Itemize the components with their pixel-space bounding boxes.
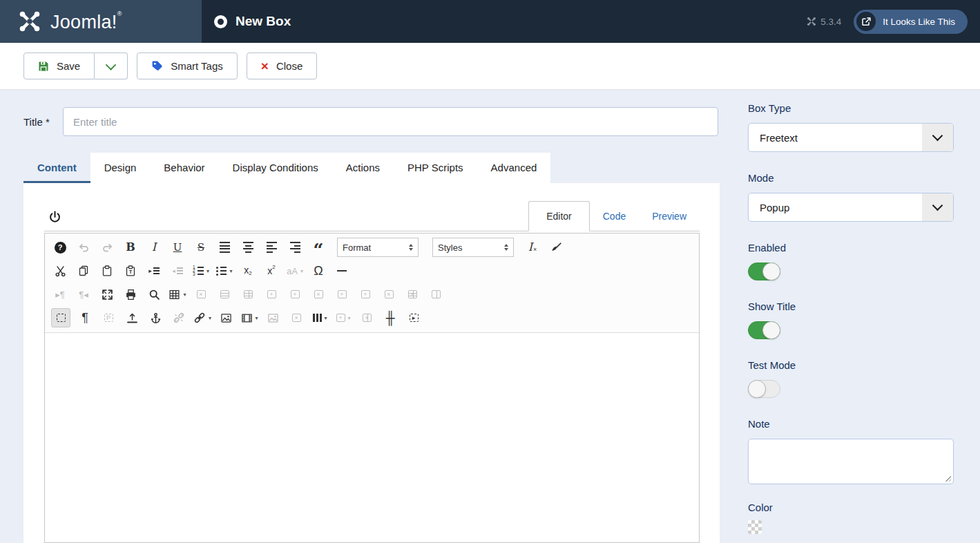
paste-text-button[interactable]: T — [122, 262, 140, 280]
indent-button[interactable]: ▸ — [145, 262, 163, 280]
align-justify-button[interactable] — [215, 238, 233, 256]
toggle-editor-button[interactable] — [48, 211, 61, 224]
align-center-icon — [243, 242, 253, 253]
test-mode-group: Test Mode — [748, 359, 954, 398]
image-button[interactable] — [217, 309, 235, 327]
title-label: Title * — [23, 116, 63, 128]
dropdown-caret-icon: ▾ — [256, 315, 258, 321]
smart-tags-button[interactable]: Smart Tags — [137, 53, 238, 79]
tab-design[interactable]: Design — [90, 153, 151, 183]
cut-button[interactable] — [51, 262, 69, 280]
box-type-group: Box Type Freetext — [748, 102, 954, 152]
insert-column-before-button: + — [333, 285, 351, 303]
clear-formatting-icon: I× — [528, 242, 537, 253]
italic-button[interactable]: I — [145, 238, 163, 256]
align-left-icon — [267, 242, 277, 253]
subscript-button[interactable]: x2 — [239, 262, 257, 280]
clear-formatting-button[interactable]: I× — [523, 238, 541, 256]
title-field-row: Title * — [23, 107, 718, 136]
special-character-button[interactable]: Ω — [309, 262, 327, 280]
align-right-button[interactable] — [286, 238, 304, 256]
close-button-label: Close — [276, 60, 302, 72]
close-icon: × — [261, 59, 269, 73]
font-case-button: aA▾ — [286, 262, 304, 280]
application-window: Joomla!® New Box — [0, 0, 980, 543]
tab-advanced[interactable]: Advanced — [477, 153, 551, 183]
close-button[interactable]: × Close — [247, 53, 317, 79]
format-brush-icon — [550, 242, 562, 254]
link-button[interactable]: ▾ — [193, 309, 211, 327]
table-button[interactable]: ▾ — [169, 285, 186, 303]
fullscreen-button[interactable] — [98, 285, 116, 303]
save-button-group: Save — [23, 53, 128, 79]
enabled-toggle[interactable] — [748, 263, 780, 280]
superscript-button[interactable]: x2 — [262, 262, 280, 280]
align-justify-icon — [220, 242, 230, 253]
tab-actions[interactable]: Actions — [332, 153, 394, 183]
paste-button[interactable] — [98, 262, 116, 280]
align-left-button[interactable] — [262, 238, 280, 256]
it-looks-like-this-button[interactable]: It Looks Like This — [854, 10, 968, 34]
pagebreak-button[interactable]: ╫ — [381, 309, 399, 327]
upload-button[interactable] — [123, 309, 141, 327]
mode-value: Popup — [749, 202, 789, 213]
save-button[interactable]: Save — [23, 53, 95, 79]
bullet-list-button[interactable]: ▾ — [215, 262, 233, 280]
delete-column-button: × — [380, 285, 398, 303]
version-number: 5.3.4 — [820, 17, 841, 27]
align-center-button[interactable] — [239, 238, 257, 256]
copy-icon — [78, 265, 89, 276]
format-select[interactable]: Format — [333, 238, 423, 256]
header-right: 5.3.4 It Looks Like This — [807, 0, 980, 43]
horizontal-rule-button[interactable] — [333, 262, 351, 280]
styles-select[interactable]: Styles — [428, 238, 518, 256]
editor-canvas[interactable] — [45, 332, 699, 542]
tab-php-scripts[interactable]: PHP Scripts — [394, 153, 477, 183]
search-button[interactable] — [145, 285, 163, 303]
bold-button[interactable]: B — [122, 238, 140, 256]
pagebreak-icon: ╫ — [386, 312, 395, 324]
show-title-toggle[interactable] — [748, 321, 780, 339]
paragraph-marks-button[interactable]: ¶ — [76, 309, 94, 327]
mode-select[interactable]: Popup — [748, 193, 954, 222]
print-button[interactable] — [122, 285, 140, 303]
top-header-bar: Joomla!® New Box — [0, 0, 980, 43]
underline-button[interactable]: U — [169, 238, 186, 256]
format-brush-button[interactable] — [547, 238, 565, 256]
box-type-select[interactable]: Freetext — [748, 123, 954, 152]
media-icon — [241, 312, 253, 324]
editor-toolbar-row: ¶P▾▾×▾+▾×╫▸ — [48, 306, 695, 330]
note-textarea[interactable] — [748, 439, 954, 484]
anchor-button[interactable] — [146, 309, 164, 327]
bullet-list-icon — [216, 267, 227, 276]
joomla-brand[interactable]: Joomla!® — [0, 0, 202, 43]
svg-text:T: T — [129, 269, 133, 275]
title-input[interactable] — [63, 107, 718, 136]
editor-subtab-editor[interactable]: Editor — [528, 201, 590, 231]
tab-behavior[interactable]: Behavior — [150, 153, 218, 183]
copy-button[interactable] — [75, 262, 93, 280]
column-delete-icon: × — [363, 314, 372, 322]
visual-aid-button[interactable] — [51, 308, 70, 327]
tab-content[interactable]: Content — [23, 153, 90, 183]
media-button[interactable]: ▾ — [240, 309, 258, 327]
show-title-label: Show Title — [748, 301, 954, 312]
editor-subtab-code[interactable]: Code — [590, 202, 639, 231]
align-right-icon — [290, 242, 300, 253]
blockquote-icon: “ — [314, 243, 324, 252]
blockquote-button[interactable]: “ — [309, 238, 327, 256]
dropdown-caret-icon: ▾ — [348, 315, 351, 321]
ltr-paragraph-icon: ▸¶ — [55, 290, 65, 299]
editor-subtab-preview[interactable]: Preview — [639, 202, 700, 231]
help-button[interactable]: ? — [51, 238, 69, 256]
test-mode-toggle[interactable] — [748, 380, 780, 398]
columns-button[interactable]: ▾ — [311, 309, 329, 327]
resize-handle-icon[interactable] — [945, 475, 951, 482]
strikethrough-button[interactable]: S — [192, 238, 210, 256]
tab-display-conditions[interactable]: Display Conditions — [219, 153, 332, 183]
save-dropdown-button[interactable] — [95, 53, 128, 79]
div-container-button[interactable]: ▸ — [405, 309, 423, 327]
ordered-list-button[interactable]: 123▾ — [192, 262, 210, 280]
color-swatch[interactable] — [748, 520, 762, 534]
styles-select-icon: Styles — [432, 238, 514, 257]
